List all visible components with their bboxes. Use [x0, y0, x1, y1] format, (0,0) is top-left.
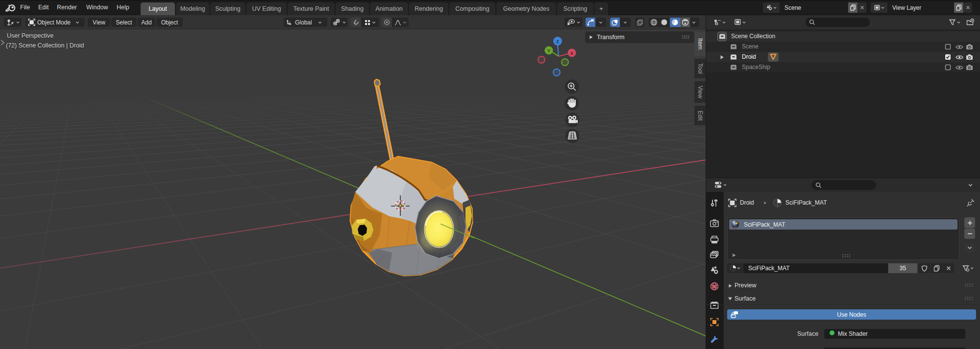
- svg-text:Z: Z: [556, 39, 559, 44]
- svg-text:X: X: [570, 51, 573, 56]
- svg-text:Y: Y: [547, 48, 550, 53]
